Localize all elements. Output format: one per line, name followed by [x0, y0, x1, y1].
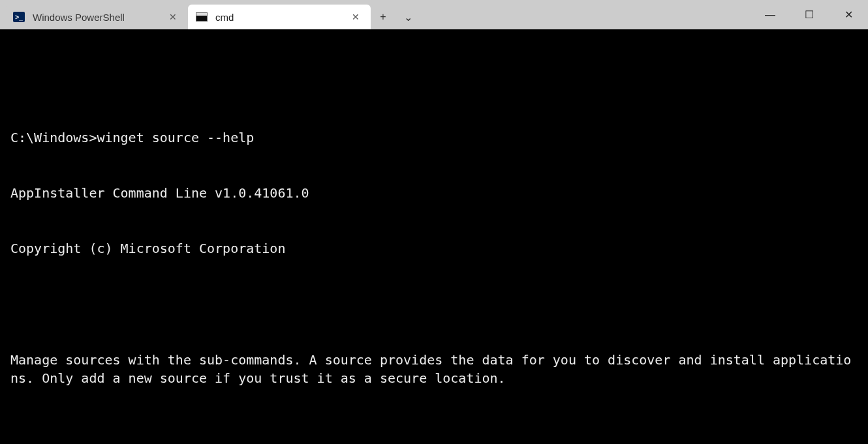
maximize-button[interactable]: ☐	[790, 0, 829, 29]
minimize-icon: —	[765, 9, 775, 21]
tab-label: cmd	[215, 12, 341, 23]
output-line: AppInstaller Command Line v1.0.41061.0	[10, 184, 858, 202]
plus-icon: +	[380, 11, 386, 23]
tab-strip: >_ Windows PowerShell ✕ cmd ✕ + ⌄	[5, 5, 420, 29]
prompt-path: C:\Windows>	[10, 130, 97, 145]
tab-powershell[interactable]: >_ Windows PowerShell ✕	[5, 5, 188, 29]
new-tab-button[interactable]: +	[371, 5, 395, 29]
chevron-down-icon: ⌄	[404, 11, 412, 23]
tab-label: Windows PowerShell	[33, 12, 158, 23]
titlebar: >_ Windows PowerShell ✕ cmd ✕ + ⌄ — ☐ ✕	[0, 0, 868, 29]
tab-dropdown-button[interactable]: ⌄	[395, 5, 420, 29]
tab-cmd[interactable]: cmd ✕	[188, 5, 371, 29]
close-icon: ✕	[845, 8, 853, 21]
minimize-button[interactable]: —	[751, 0, 790, 29]
powershell-icon: >_	[13, 11, 25, 23]
prompt-line: C:\Windows>winget source --help	[10, 128, 858, 147]
close-window-button[interactable]: ✕	[829, 0, 868, 29]
window-controls: — ☐ ✕	[751, 0, 868, 29]
maximize-icon: ☐	[805, 8, 814, 21]
output-line: Copyright (c) Microsoft Corporation	[10, 239, 858, 258]
entered-command: winget source --help	[97, 130, 254, 145]
cmd-icon	[196, 11, 208, 23]
terminal-output[interactable]: C:\Windows>winget source --help AppInsta…	[0, 29, 868, 444]
close-icon[interactable]: ✕	[349, 10, 363, 24]
output-description: Manage sources with the sub-commands. A …	[10, 351, 858, 388]
close-icon[interactable]: ✕	[166, 10, 180, 24]
